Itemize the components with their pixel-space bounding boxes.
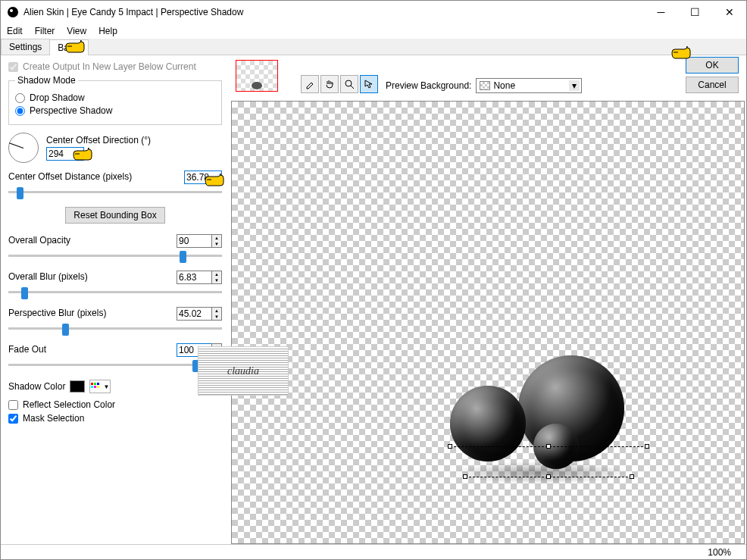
preview-background-combo[interactable]: None ▾ bbox=[476, 78, 582, 93]
perspective-blur-slider[interactable] bbox=[8, 322, 222, 336]
svg-rect-5 bbox=[91, 386, 93, 388]
zoom-tool[interactable] bbox=[340, 75, 358, 93]
shadow-color-label: Shadow Color bbox=[8, 381, 65, 392]
create-output-label: Create Output In New Layer Below Current bbox=[23, 61, 196, 72]
overall-opacity-slider[interactable] bbox=[8, 249, 222, 263]
close-button[interactable]: ✕ bbox=[712, 1, 746, 23]
center-offset-direction-input[interactable]: 294 bbox=[46, 147, 84, 161]
watermark: claudia bbox=[198, 346, 289, 396]
menu-edit[interactable]: Edit bbox=[7, 26, 23, 36]
reflect-selection-label: Reflect Selection Color bbox=[23, 399, 115, 410]
center-offset-direction-dial[interactable] bbox=[8, 133, 39, 163]
svg-rect-6 bbox=[94, 386, 96, 388]
svg-rect-7 bbox=[97, 386, 99, 388]
eyedropper-tool[interactable] bbox=[301, 75, 319, 93]
shadow-mode-legend: Shadow Mode bbox=[15, 75, 78, 86]
fade-out-slider[interactable] bbox=[8, 358, 222, 372]
perspective-blur-input[interactable]: 45.02 ▲▼ bbox=[177, 307, 222, 321]
cancel-button[interactable]: Cancel bbox=[686, 77, 739, 93]
zoom-level: 100% bbox=[708, 547, 731, 558]
shadow-mode-group: Shadow Mode Drop Shadow Perspective Shad… bbox=[8, 75, 222, 125]
checker-icon bbox=[480, 81, 490, 90]
svg-rect-4 bbox=[97, 383, 99, 385]
overall-blur-input[interactable]: 6.83 ▲▼ bbox=[177, 271, 222, 284]
svg-point-8 bbox=[345, 80, 352, 86]
preview-canvas[interactable] bbox=[231, 101, 745, 544]
maximize-button[interactable]: ☐ bbox=[678, 1, 712, 23]
center-offset-distance-input[interactable]: 36.78 bbox=[184, 171, 222, 184]
create-output-checkbox[interactable] bbox=[8, 62, 18, 72]
perspective-shadow-label: Perspective Shadow bbox=[30, 105, 112, 116]
perspective-blur-label: Perspective Blur (pixels) bbox=[8, 308, 106, 318]
perspective-shadow-radio[interactable] bbox=[15, 106, 25, 116]
ok-button[interactable]: OK bbox=[686, 57, 739, 74]
settings-panel: Create Output In New Layer Below Current… bbox=[1, 55, 230, 544]
menu-filter[interactable]: Filter bbox=[35, 26, 55, 36]
tab-settings[interactable]: Settings bbox=[1, 39, 50, 55]
fade-out-label: Fade Out bbox=[8, 344, 46, 355]
center-offset-distance-slider[interactable] bbox=[8, 186, 222, 199]
color-palette-button[interactable]: ▼ bbox=[89, 380, 111, 393]
window-title: Alien Skin | Eye Candy 5 Impact | Perspe… bbox=[23, 7, 243, 17]
svg-line-9 bbox=[351, 86, 354, 89]
overall-opacity-input[interactable]: 90 ▲▼ bbox=[177, 234, 222, 248]
reflect-selection-checkbox[interactable] bbox=[8, 400, 18, 410]
menu-view[interactable]: View bbox=[67, 26, 86, 36]
reset-bounding-box-button[interactable]: Reset Bounding Box bbox=[65, 207, 164, 224]
center-offset-distance-label: Center Offset Distance (pixels) bbox=[8, 171, 132, 182]
svg-rect-3 bbox=[94, 383, 96, 385]
preview-toolbar bbox=[301, 75, 378, 93]
menubar: Edit Filter View Help bbox=[1, 23, 746, 39]
hand-tool[interactable] bbox=[320, 75, 339, 93]
drop-shadow-label: Drop Shadow bbox=[30, 92, 85, 103]
preview-thumbnail[interactable] bbox=[236, 60, 278, 92]
app-icon bbox=[7, 6, 19, 18]
overall-blur-slider[interactable] bbox=[8, 286, 222, 299]
mask-selection-checkbox[interactable] bbox=[8, 414, 18, 424]
mask-selection-label: Mask Selection bbox=[23, 413, 84, 424]
titlebar: Alien Skin | Eye Candy 5 Impact | Perspe… bbox=[1, 1, 746, 23]
svg-point-0 bbox=[8, 7, 18, 17]
drop-shadow-radio[interactable] bbox=[15, 93, 25, 103]
center-offset-direction-label: Center Offset Direction (°) bbox=[46, 135, 151, 145]
tab-basic[interactable]: Basic bbox=[49, 39, 88, 55]
overall-blur-label: Overall Blur (pixels) bbox=[8, 271, 88, 282]
shadow-color-swatch[interactable] bbox=[70, 380, 85, 393]
svg-rect-2 bbox=[91, 383, 93, 385]
tabbar: Settings Basic bbox=[1, 39, 746, 55]
minimize-button[interactable]: ─ bbox=[644, 1, 678, 23]
move-tool[interactable] bbox=[360, 75, 378, 93]
menu-help[interactable]: Help bbox=[98, 26, 117, 36]
preview-background-label: Preview Background: bbox=[386, 80, 471, 91]
bounding-box-handles[interactable] bbox=[450, 446, 647, 477]
statusbar: 100% bbox=[1, 544, 746, 559]
svg-point-1 bbox=[10, 9, 13, 12]
overall-opacity-label: Overall Opacity bbox=[8, 235, 70, 246]
